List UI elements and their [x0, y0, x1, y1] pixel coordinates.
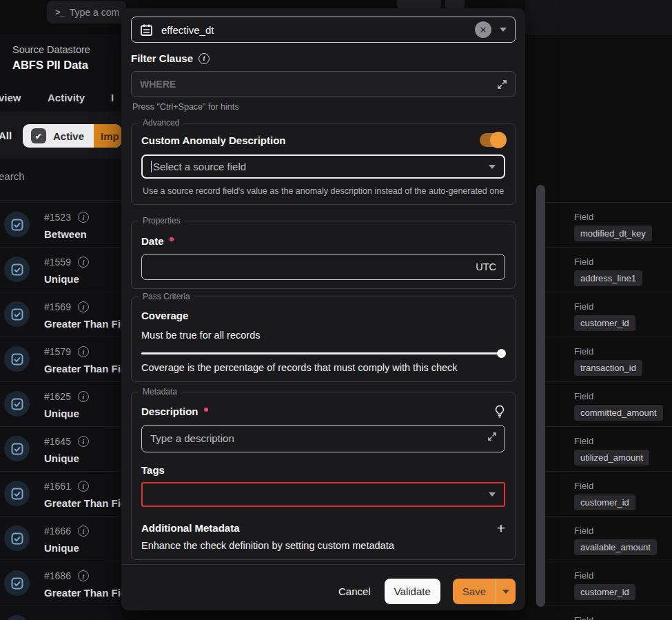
check-list-item[interactable]: #1569i Greater Than Fie [0, 292, 121, 337]
date-input[interactable]: UTC [141, 254, 505, 280]
check-list-item[interactable]: #1645i Unique [0, 426, 121, 471]
check-type-icon [4, 436, 30, 461]
field-chip: committed_amount [574, 405, 663, 421]
chevron-down-icon[interactable] [489, 492, 496, 497]
status-segmented-control[interactable]: ✔ Active Imp [23, 124, 121, 148]
check-name: Unique [44, 452, 79, 464]
source-field-placeholder: Select a source field [151, 161, 489, 172]
chevron-down-icon[interactable] [489, 165, 496, 169]
check-name: Unique [44, 542, 79, 554]
check-list-item[interactable]: #1661i Greater Than Fie [0, 471, 121, 516]
pass-criteria-legend: Pass Criteria [139, 292, 194, 301]
expand-icon[interactable] [488, 432, 496, 441]
field-label: Field [574, 570, 593, 581]
slider-thumb[interactable] [497, 349, 506, 358]
additional-metadata-helper: Enhance the check definition by setting … [141, 540, 505, 551]
source-field-select[interactable]: Select a source field [141, 154, 505, 179]
search-input[interactable]: earch [0, 170, 25, 182]
field-label: Field [574, 436, 593, 446]
check-list-item[interactable]: #1666i Unique [0, 516, 121, 561]
coverage-subtitle: Must be true for all records [141, 330, 505, 341]
lightbulb-icon[interactable] [494, 405, 505, 418]
custom-anomaly-toggle[interactable] [480, 133, 505, 147]
check-type-icon [4, 570, 30, 596]
check-list-item[interactable]: #1559i Unique [0, 247, 121, 292]
check-name: Greater Than Fie [44, 318, 126, 330]
info-icon[interactable]: i [198, 53, 210, 64]
info-icon[interactable]: i [78, 526, 89, 537]
tab-overview[interactable]: view [0, 92, 21, 103]
info-icon[interactable]: i [78, 436, 89, 447]
field-row: Field transaction_id [544, 337, 672, 381]
save-options-dropdown[interactable] [496, 579, 516, 604]
field-label: Field [574, 212, 593, 222]
field-row: Field modified_dt_key [544, 202, 672, 247]
coverage-slider[interactable] [141, 349, 505, 358]
field-chip: address_line1 [574, 270, 642, 286]
footer-divider [121, 564, 525, 565]
check-id: #1579 [44, 346, 71, 357]
filter-important[interactable]: Imp [94, 124, 121, 148]
validate-button[interactable]: Validate [385, 579, 440, 604]
check-list-item[interactable]: #1523i Between [0, 202, 121, 247]
info-icon[interactable]: i [78, 391, 89, 402]
left-panel: >_ Type a com Source Datastore ABFS PII … [0, 0, 121, 620]
command-palette-placeholder: Type a com [70, 7, 119, 18]
check-list-item-partial[interactable] [0, 606, 121, 620]
editor-hint: Press "Ctrl+Space" for hints [131, 102, 516, 112]
source-field-helper: Use a source record field's value as the… [141, 186, 505, 196]
save-button[interactable]: Save [453, 579, 496, 604]
description-label: Description [141, 406, 208, 417]
filter-clause-editor[interactable]: WHERE [131, 71, 516, 97]
scrollbar-thumb[interactable] [536, 185, 545, 607]
field-row: Field utilized_amount [544, 426, 672, 471]
info-icon[interactable]: i [78, 212, 89, 223]
command-palette[interactable]: >_ Type a com [47, 1, 126, 23]
slider-track[interactable] [141, 352, 505, 354]
field-chip: customer_id [574, 584, 635, 600]
expand-icon[interactable] [498, 80, 507, 89]
check-list-item[interactable]: #1579i Greater Than Fie [0, 337, 121, 381]
check-list-item[interactable]: #1686i Greater Than Fie [0, 561, 121, 606]
check-id: #1569 [44, 301, 71, 312]
filter-active[interactable]: Active [53, 130, 84, 142]
tab-activity[interactable]: Activity [48, 92, 85, 103]
clear-selection-icon[interactable]: ✕ [475, 21, 491, 38]
check-type-icon [4, 346, 30, 372]
info-icon[interactable]: i [78, 301, 89, 312]
chevron-down-icon [502, 590, 509, 594]
info-icon[interactable]: i [78, 570, 89, 581]
tags-select[interactable] [141, 482, 505, 507]
chevron-down-icon[interactable] [500, 28, 507, 32]
tab-partial[interactable]: I [111, 92, 114, 103]
check-editor-dialog: effective_dt ✕ Filter Clause i WHERE Pre… [121, 8, 525, 610]
pass-criteria-section: Pass Criteria Coverage Must be true for … [131, 297, 516, 382]
field-row: Field customer_id [544, 471, 672, 516]
check-id: #1666 [44, 526, 71, 537]
check-id: #1625 [44, 391, 71, 402]
description-textarea[interactable]: Type a description [141, 425, 505, 452]
metadata-legend: Metadata [139, 387, 181, 397]
advanced-section: Advanced Custom Anomaly Description Sele… [131, 123, 516, 205]
coverage-label: Coverage [141, 310, 505, 321]
check-name: Greater Than Fie [44, 363, 126, 374]
advanced-legend: Advanced [139, 118, 183, 128]
check-name: Greater Than Fie [44, 497, 126, 509]
calendar-icon [140, 23, 153, 37]
check-list-item[interactable]: #1625i Unique [0, 381, 121, 426]
info-icon[interactable]: i [78, 257, 89, 268]
field-label: Field [574, 346, 593, 357]
field-chip: customer_id [574, 315, 635, 331]
date-field-select[interactable]: effective_dt ✕ [131, 17, 516, 43]
save-split-button[interactable]: Save [453, 579, 516, 604]
toggle-knob [490, 132, 507, 148]
check-name: Unique [44, 408, 79, 419]
cancel-button[interactable]: Cancel [337, 580, 372, 603]
info-icon[interactable]: i [78, 346, 89, 357]
source-datastore-label: Source Datastore [12, 44, 90, 55]
check-type-icon [4, 391, 30, 417]
info-icon[interactable]: i [78, 481, 89, 492]
add-metadata-icon[interactable]: + [497, 523, 505, 534]
field-row: Field address_line1 [544, 247, 672, 292]
filter-all[interactable]: All [0, 130, 12, 141]
